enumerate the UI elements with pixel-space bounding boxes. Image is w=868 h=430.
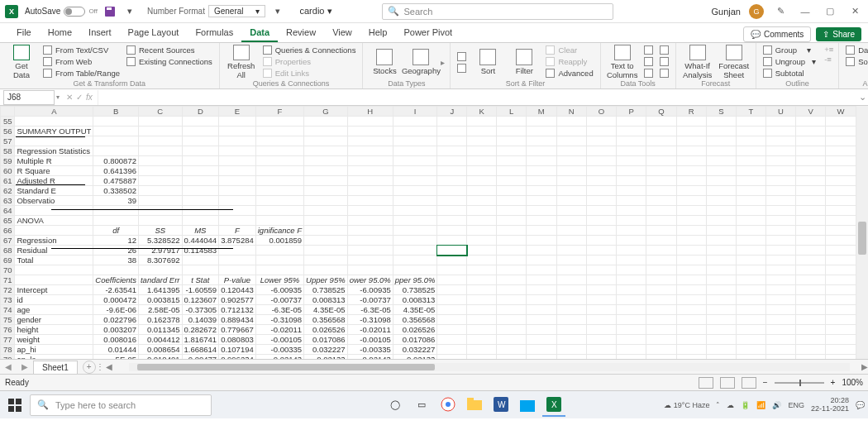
cell[interactable] bbox=[646, 236, 676, 246]
cell[interactable] bbox=[586, 226, 616, 236]
cell[interactable]: -0.02011 bbox=[255, 325, 303, 335]
cell[interactable] bbox=[826, 236, 856, 246]
row-header[interactable]: 64 bbox=[1, 206, 15, 216]
cell[interactable] bbox=[497, 156, 527, 166]
cell[interactable] bbox=[676, 196, 706, 206]
cell[interactable] bbox=[138, 117, 182, 127]
language-indicator[interactable]: ENG bbox=[788, 401, 804, 409]
cell[interactable] bbox=[497, 265, 527, 275]
col-header-O[interactable]: O bbox=[586, 107, 616, 117]
cell[interactable]: -0.02011 bbox=[347, 325, 393, 335]
cell[interactable] bbox=[586, 117, 616, 127]
row-header[interactable]: 58 bbox=[1, 146, 15, 156]
cell[interactable] bbox=[765, 166, 795, 176]
row-header[interactable]: 55 bbox=[1, 117, 15, 127]
cell[interactable]: -6.3E-05 bbox=[255, 305, 303, 315]
cell[interactable] bbox=[765, 236, 795, 246]
cell[interactable] bbox=[736, 265, 765, 275]
cell[interactable]: SUMMARY OUTPUT bbox=[15, 127, 93, 136]
cell[interactable]: 4.35E-05 bbox=[393, 305, 437, 315]
cell[interactable] bbox=[467, 196, 497, 206]
cell[interactable] bbox=[393, 117, 437, 127]
cell[interactable] bbox=[467, 246, 497, 256]
cell[interactable] bbox=[617, 176, 646, 186]
onedrive-icon[interactable]: ☁ bbox=[727, 401, 734, 409]
cell[interactable] bbox=[219, 216, 256, 226]
cell[interactable] bbox=[347, 226, 393, 236]
cell[interactable] bbox=[706, 355, 736, 360]
cell[interactable]: ower 95.0% bbox=[347, 275, 393, 285]
cell[interactable] bbox=[826, 226, 856, 236]
cell[interactable]: 0.114583 bbox=[182, 246, 219, 256]
cell[interactable] bbox=[347, 265, 393, 275]
cell[interactable] bbox=[586, 295, 616, 305]
cell[interactable] bbox=[826, 315, 856, 325]
cell[interactable]: Lower 95% bbox=[255, 275, 303, 285]
cell[interactable] bbox=[796, 166, 826, 176]
horizontal-scrollbar[interactable] bbox=[129, 363, 850, 371]
cell[interactable] bbox=[182, 117, 219, 127]
cell[interactable] bbox=[617, 256, 646, 265]
cell[interactable] bbox=[437, 226, 467, 236]
cell[interactable] bbox=[826, 335, 856, 345]
cell[interactable] bbox=[706, 136, 736, 146]
cell[interactable] bbox=[182, 196, 219, 206]
cell[interactable]: 0.017086 bbox=[304, 335, 348, 345]
cell[interactable] bbox=[138, 196, 182, 206]
cell[interactable] bbox=[393, 216, 437, 226]
cell[interactable] bbox=[736, 335, 765, 345]
cell[interactable]: 26 bbox=[93, 246, 139, 256]
cell[interactable] bbox=[437, 305, 467, 315]
cell[interactable]: -5E-05 bbox=[93, 355, 139, 360]
what-if-button[interactable]: What-If Analysis bbox=[681, 45, 714, 79]
cell[interactable]: 0.02133 bbox=[304, 355, 348, 360]
cell[interactable] bbox=[706, 146, 736, 156]
cell[interactable] bbox=[527, 256, 556, 265]
refresh-all-button[interactable]: Refresh All bbox=[225, 45, 258, 79]
cell[interactable] bbox=[437, 256, 467, 265]
cell[interactable] bbox=[556, 285, 586, 295]
cell[interactable] bbox=[617, 136, 646, 146]
data-analysis-button[interactable]: Data Analysis bbox=[844, 45, 868, 55]
cell[interactable]: 0.738525 bbox=[393, 285, 437, 295]
cell[interactable] bbox=[676, 275, 706, 285]
page-layout-button[interactable] bbox=[720, 377, 735, 389]
cell[interactable] bbox=[437, 246, 467, 256]
cell[interactable] bbox=[556, 305, 586, 315]
cell[interactable] bbox=[556, 315, 586, 325]
cell[interactable] bbox=[556, 246, 586, 256]
tray-chevron-icon[interactable]: ˄ bbox=[716, 401, 720, 409]
cell[interactable] bbox=[765, 305, 795, 315]
cell[interactable]: id bbox=[15, 295, 93, 305]
row-header[interactable]: 56 bbox=[1, 127, 15, 136]
cell[interactable] bbox=[467, 295, 497, 305]
col-header-T[interactable]: T bbox=[736, 107, 765, 117]
cell[interactable]: 0.162378 bbox=[138, 315, 182, 325]
cell[interactable]: -0.00477 bbox=[182, 355, 219, 360]
cell[interactable] bbox=[556, 345, 586, 355]
cell[interactable]: 2.97917 bbox=[138, 246, 182, 256]
cell[interactable] bbox=[437, 275, 467, 285]
cell[interactable]: -0.00335 bbox=[347, 345, 393, 355]
cell[interactable]: df bbox=[93, 226, 139, 236]
cell[interactable]: 0.026526 bbox=[304, 325, 348, 335]
cell[interactable] bbox=[826, 285, 856, 295]
cell[interactable] bbox=[646, 256, 676, 265]
cell[interactable] bbox=[304, 236, 348, 246]
cell[interactable]: -0.00335 bbox=[255, 345, 303, 355]
cell[interactable]: 1.816741 bbox=[182, 335, 219, 345]
cell[interactable] bbox=[182, 216, 219, 226]
cell[interactable] bbox=[765, 285, 795, 295]
cell[interactable] bbox=[736, 355, 765, 360]
tab-file[interactable]: File bbox=[8, 24, 40, 42]
cell[interactable]: 0.996234 bbox=[219, 355, 256, 360]
cell[interactable] bbox=[796, 226, 826, 236]
sheet-nav-prev[interactable]: ◀ bbox=[0, 362, 17, 371]
cell[interactable] bbox=[706, 196, 736, 206]
qat-dropdown-icon[interactable]: ▾ bbox=[122, 4, 137, 19]
cell[interactable] bbox=[556, 236, 586, 246]
enter-icon[interactable]: ✓ bbox=[76, 93, 83, 102]
avatar[interactable]: G bbox=[749, 4, 764, 19]
cell[interactable] bbox=[527, 206, 556, 216]
cell[interactable] bbox=[138, 186, 182, 196]
